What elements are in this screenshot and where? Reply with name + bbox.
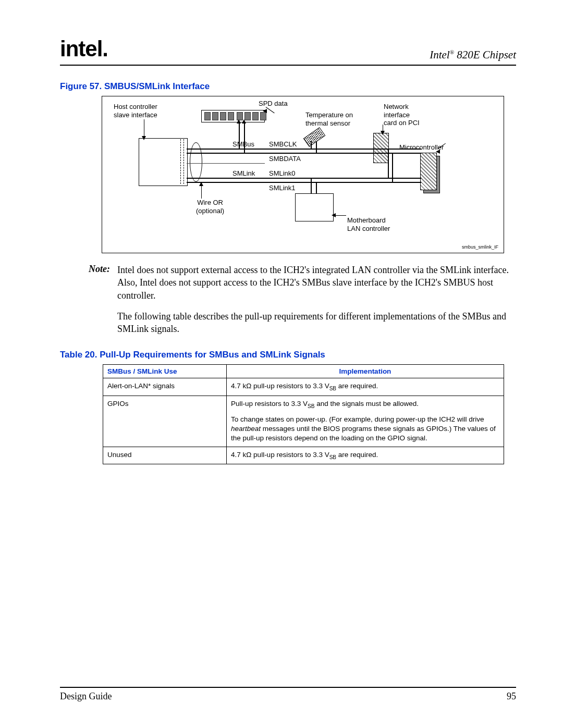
table-row: Unused 4.7 kΩ pull-up resistors to 3.3 V… xyxy=(103,447,504,464)
figure-diagram: Host controller slave interface SPD data… xyxy=(102,96,504,253)
table-header-impl: Implementation xyxy=(227,365,504,378)
cell-use: Unused xyxy=(103,447,227,464)
note-body: Intel does not support external access t… xyxy=(117,264,516,302)
cell-use: Alert-on-LAN* signals xyxy=(103,378,227,396)
label-network-card: Network interface card on PCI xyxy=(384,103,420,127)
dotted-line-2 xyxy=(183,139,184,184)
header-rule xyxy=(60,65,516,66)
label-smbclk: SMBCLK xyxy=(269,140,297,149)
label-smlink0: SMLink0 xyxy=(269,169,296,178)
document-title: Intel® 820E Chipset xyxy=(430,48,516,61)
label-wire-or: Wire OR (optional) xyxy=(196,199,224,215)
table-row: Alert-on-LAN* signals 4.7 kΩ pull-up res… xyxy=(103,378,504,396)
footer-rule xyxy=(60,687,516,688)
label-smlink: SMLink xyxy=(232,169,255,178)
footer-left: Design Guide xyxy=(60,691,112,702)
cell-use: GPIOs xyxy=(103,396,227,447)
cell-impl: Pull-up resistors to 3.3 VSB and the sig… xyxy=(227,396,504,447)
thermometer-icon xyxy=(303,127,326,147)
cell-impl: 4.7 kΩ pull-up resistors to 3.3 VSB are … xyxy=(227,378,504,396)
label-motherboard: Motherboard LAN controller xyxy=(347,216,390,232)
cell-impl: 4.7 kΩ pull-up resistors to 3.3 VSB are … xyxy=(227,447,504,464)
table-row: GPIOs Pull-up resistors to 3.3 VSB and t… xyxy=(103,396,504,447)
label-host-controller: Host controller slave interface xyxy=(114,103,157,119)
diagram-id: smbus_smlink_IF xyxy=(462,244,498,250)
table-caption: Table 20. Pull-Up Requirements for SMBus… xyxy=(60,350,516,360)
network-card-box xyxy=(373,133,389,163)
dotted-line xyxy=(180,139,181,184)
microcontroller-box xyxy=(420,153,437,190)
page-footer: Design Guide 95 xyxy=(60,682,516,702)
table-header-use: SMBus / SMLink Use xyxy=(103,365,227,378)
label-temperature: Temperature on thermal sensor xyxy=(305,111,353,127)
intel-logo: intel. xyxy=(60,36,108,61)
paragraph-1: The following table describes the pull-u… xyxy=(117,310,516,336)
figure-caption: Figure 57. SMBUS/SMLink Interface xyxy=(60,81,516,92)
label-smbus: SMBus xyxy=(232,140,254,149)
label-spd-data: SPD data xyxy=(259,100,288,108)
label-smbdata: SMBDATA xyxy=(269,155,301,163)
label-smlink1: SMLink1 xyxy=(269,184,296,192)
logo-text: intel. xyxy=(60,36,108,61)
intel8255-box xyxy=(295,193,334,221)
footer-right: 95 xyxy=(507,691,516,702)
note-label: Note: xyxy=(81,264,117,302)
requirements-table: SMBus / SMLink Use Implementation Alert-… xyxy=(103,364,504,464)
